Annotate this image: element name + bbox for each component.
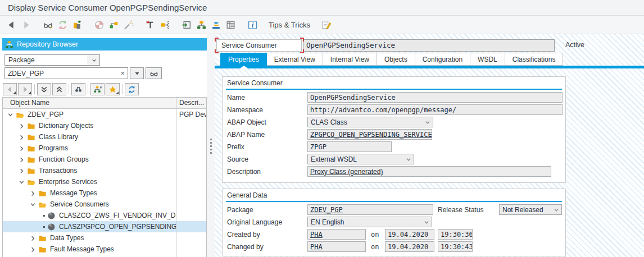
folder-icon — [27, 155, 37, 164]
created-time-field[interactable]: 19:30:36 — [438, 229, 473, 240]
package-field[interactable]: ZDEV_PGP — [307, 204, 433, 215]
chevron-expanded-icon[interactable] — [19, 179, 26, 185]
clear-input-icon[interactable]: × — [120, 69, 125, 77]
input-history-button[interactable] — [130, 67, 144, 79]
notes-icon — [321, 20, 332, 30]
changed-by-field[interactable]: PHA — [307, 241, 366, 252]
source-dropdown[interactable]: External WSDL — [307, 154, 414, 164]
original-language-dropdown[interactable]: EN English — [307, 217, 432, 227]
chevron-collapsed-icon[interactable] — [19, 145, 26, 152]
collapse-all-button[interactable] — [52, 83, 66, 95]
pretty-printer-button[interactable] — [143, 17, 158, 32]
refresh-button[interactable] — [56, 17, 70, 32]
object-name-input[interactable]: ZDEV_PGP × — [4, 67, 128, 79]
table-view-button[interactable] — [224, 17, 238, 32]
repository-browser-title: Repository Browser — [17, 40, 78, 48]
tree-item-label: Fault Message Types — [50, 245, 114, 253]
nav-back-button[interactable] — [3, 83, 17, 95]
browser-type-select[interactable]: Package — [4, 54, 100, 66]
tree-item-description: PGP Devlop — [179, 111, 206, 118]
info-button[interactable]: i — [246, 17, 260, 32]
pattern-button[interactable] — [121, 17, 136, 32]
focus-corner-icon — [215, 38, 219, 42]
chevron-collapsed-icon[interactable] — [19, 157, 26, 163]
find-button[interactable] — [71, 83, 85, 95]
class-icon — [47, 212, 57, 220]
chevron-collapsed-icon[interactable] — [30, 246, 38, 253]
folder-icon — [38, 245, 48, 254]
tree-item-label: Transactions — [39, 167, 77, 175]
abap-name-field[interactable]: ZPGPCO_OPEN_PGPSENDING_SERVICE — [307, 129, 432, 140]
object-search-row: ZDEV_PGP × — [4, 67, 162, 79]
chevron-collapsed-icon[interactable] — [30, 235, 38, 241]
changed-time-field[interactable]: 19:30:43 — [438, 241, 473, 252]
description-field[interactable]: Proxy Class (generated) — [307, 166, 551, 177]
tab-internal-view[interactable]: Internal View — [323, 53, 377, 66]
object-name-field[interactable]: OpenPGPSendingService — [303, 39, 555, 52]
back-button[interactable] — [4, 17, 19, 32]
general-data-groupbox: General Data Package ZDEV_PGP Release St… — [222, 189, 566, 256]
toolbar-separator — [88, 84, 88, 94]
linked-objects-button[interactable] — [107, 17, 121, 32]
hierarchy-up-button[interactable] — [90, 83, 105, 95]
chevron-expanded-icon[interactable] — [30, 201, 38, 208]
folder-open-icon — [16, 111, 26, 119]
column-divider[interactable] — [176, 98, 176, 257]
caret-icon — [13, 91, 16, 94]
tree-item-label: Function Groups — [39, 155, 89, 163]
load-distribution-button[interactable] — [209, 17, 224, 32]
app-body: Repository Browser Package ZDEV_PGP × — [0, 34, 644, 257]
refresh-tree-button[interactable] — [125, 83, 139, 95]
changed-date-field[interactable]: 19.04.2020 — [385, 241, 434, 252]
panel-splitter[interactable] — [207, 34, 215, 257]
prefix-field[interactable]: ZPGP — [307, 141, 392, 152]
folder-open-icon — [38, 200, 48, 209]
release-status-dropdown[interactable]: Not Released — [499, 204, 562, 215]
nav-forward-button[interactable] — [18, 83, 32, 95]
tab-configuration[interactable]: Configuration — [415, 53, 470, 66]
chevron-down-icon[interactable] — [88, 55, 99, 65]
back-icon — [6, 20, 17, 30]
sap-gui-window: Display Service Consumer OpenPGPSendingS… — [0, 0, 644, 257]
display-object-button[interactable] — [146, 67, 162, 79]
forward-button[interactable] — [19, 17, 34, 32]
created-date-field[interactable]: 19.04.2020 — [385, 229, 434, 240]
name-label: Name — [227, 94, 245, 102]
splitter-grip-icon[interactable] — [210, 139, 212, 154]
abap-object-value: CLAS Class — [311, 118, 347, 126]
chevron-collapsed-icon[interactable] — [19, 168, 26, 174]
tree-item-label: CLASZCO_ZWS_FI_VENDOR_INV_DETA — [59, 212, 176, 219]
forward-icon — [21, 20, 31, 30]
chevron-expanded-icon[interactable] — [7, 112, 15, 118]
tab-classifications[interactable]: Classifications — [505, 53, 564, 66]
focus-corner-icon — [300, 38, 304, 42]
copy-button[interactable] — [70, 17, 85, 32]
namespace-field[interactable]: http://advantco.com/openpgp/message/ — [307, 104, 563, 115]
tab-properties[interactable]: Properties — [220, 53, 267, 66]
chevron-down-icon — [406, 157, 411, 162]
field-row: Package ZDEV_PGP Release Status Not Rele… — [223, 204, 565, 216]
chevron-collapsed-icon[interactable] — [19, 134, 26, 140]
tree-toolbar — [3, 82, 140, 96]
expand-all-button[interactable] — [37, 83, 51, 95]
tab-wsdl[interactable]: WSDL — [470, 53, 505, 66]
favorites-button[interactable] — [106, 83, 120, 95]
display-edit-button[interactable] — [41, 17, 56, 32]
workbench-tree-button[interactable] — [194, 17, 209, 32]
object-list-button[interactable] — [180, 17, 194, 32]
where-used-button[interactable] — [158, 17, 173, 32]
chevron-collapsed-icon[interactable] — [30, 190, 38, 196]
folder-icon — [38, 234, 48, 242]
tab-external-view[interactable]: External View — [266, 53, 323, 66]
toolbar-group — [41, 17, 85, 32]
name-field[interactable]: OpenPGPSendingService — [307, 92, 563, 103]
tab-objects[interactable]: Objects — [377, 53, 415, 66]
created-by-field[interactable]: PHA — [307, 229, 366, 240]
chevron-collapsed-icon[interactable] — [19, 123, 26, 129]
tree-item-label: ZDEV_PGP — [28, 111, 64, 118]
abap-object-dropdown[interactable]: CLAS Class — [307, 117, 433, 127]
field-row: Prefix ZPGP — [223, 141, 565, 153]
notes-button[interactable] — [319, 17, 334, 32]
column-object-name: Object Name — [10, 99, 49, 107]
runtime-analysis-button[interactable] — [92, 17, 107, 32]
